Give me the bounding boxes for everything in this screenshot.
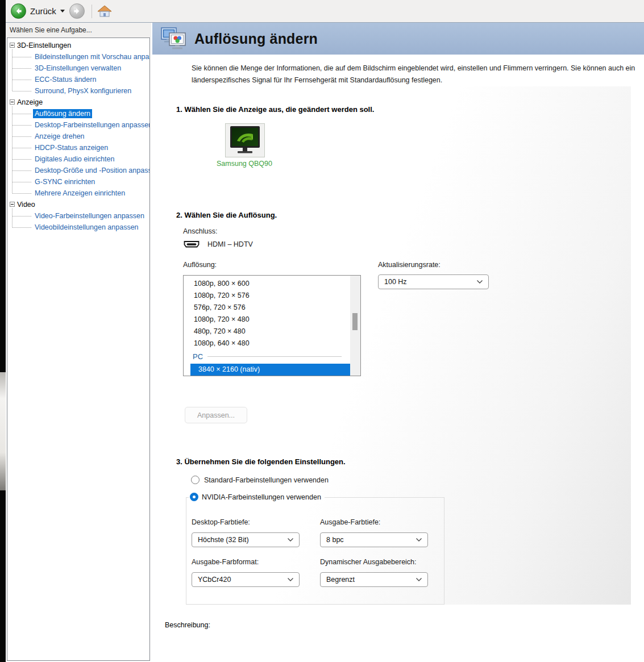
desktop-background-patch <box>0 372 6 490</box>
radio-nvidia-color-settings[interactable]: NVIDIA-Farbeinstellungen verwenden <box>189 493 325 501</box>
description-label: Beschreibung: <box>165 621 210 629</box>
resolution-option[interactable]: 1080p, 720 × 576 <box>184 290 350 302</box>
tree-item-videobildeinstellungen-anpassen[interactable]: Videobildeinstellungen anpassen <box>7 222 149 233</box>
back-arrow-icon <box>14 7 23 15</box>
desktop-color-depth-label: Desktop-Farbtiefe: <box>192 518 250 526</box>
tree-item-label: Surround, PhysX konfigurieren <box>33 86 133 95</box>
refresh-rate-dropdown[interactable]: 100 Hz <box>378 274 489 289</box>
step1-heading: 1. Wählen Sie die Anzeige aus, die geänd… <box>176 105 374 114</box>
forward-arrow-icon <box>73 7 81 15</box>
tree-item-anzeige[interactable]: Anzeige <box>7 97 149 108</box>
tree-item-mehrere-anzeigen-einrichten[interactable]: Mehrere Anzeigen einrichten <box>7 188 149 199</box>
output-color-format-label: Ausgabe-Farbformat: <box>192 558 259 566</box>
group-divider <box>207 356 342 357</box>
tree-item-bildeinstellungen-mit-vorschau-anpassen[interactable]: Bildeinstellungen mit Vorschau anpassen <box>7 51 149 63</box>
chevron-down-icon <box>287 577 294 582</box>
tree-item-g-sync-einrichten[interactable]: G-SYNC einrichten <box>7 176 149 188</box>
collapse-icon[interactable] <box>10 99 15 105</box>
display-tile-samsung-qbq90[interactable] <box>225 123 265 157</box>
dynamic-output-range-dropdown[interactable]: Begrenzt <box>320 572 428 587</box>
tree-root-label: 3D-Einstellungen <box>17 41 71 49</box>
page-description: Sie können die Menge der Informationen, … <box>192 63 644 88</box>
collapse-icon[interactable] <box>10 202 15 207</box>
step2-heading: 2. Wählen Sie die Auflösung. <box>176 211 277 219</box>
tree-item-anzeige-drehen[interactable]: Anzeige drehen <box>7 131 149 142</box>
tree-root-label: Video <box>17 201 35 209</box>
tree-item-label: Mehrere Anzeigen einrichten <box>33 189 127 198</box>
output-color-depth-dropdown[interactable]: 8 bpc <box>320 532 428 547</box>
radio-unselected-icon[interactable] <box>191 476 200 484</box>
back-history-caret-icon[interactable] <box>60 10 65 13</box>
collapse-icon[interactable] <box>10 43 15 48</box>
dynamic-output-range-label: Dynamischer Ausgabebereich: <box>320 558 417 566</box>
tree-item-3d-einstellungen[interactable]: 3D-Einstellungen <box>7 40 149 51</box>
listbox-scrollbar-track[interactable] <box>350 276 360 376</box>
tree-item-hdcp-status-anzeigen[interactable]: HDCP-Status anzeigen <box>7 142 149 153</box>
customize-button[interactable]: Anpassen... <box>185 407 247 423</box>
page-banner: Auflösung ändern <box>152 23 644 55</box>
resolution-option[interactable]: 1080p, 800 × 600 <box>184 278 350 290</box>
page-title: Auflösung ändern <box>194 31 318 47</box>
tree-item-digitales-audio-einrichten[interactable]: Digitales Audio einrichten <box>7 153 149 165</box>
resolution-group-header: PC <box>184 349 360 364</box>
tree-item-video-farbeinstellungen-anpassen[interactable]: Video-Farbeinstellungen anpassen <box>7 210 149 222</box>
listbox-scrollbar-thumb[interactable] <box>352 313 358 330</box>
home-icon[interactable] <box>97 5 112 18</box>
display-name-label: Samsung QBQ90 <box>188 160 301 168</box>
navigation-toolbar: Zurück <box>6 0 644 23</box>
output-color-format-dropdown[interactable]: YCbCr420 <box>192 572 300 587</box>
resolution-option[interactable]: 3840 × 2160 (nativ) <box>190 364 351 376</box>
step3-heading: 3. Übernehmen Sie die folgenden Einstell… <box>176 457 346 466</box>
refresh-rate-value: 100 Hz <box>384 278 407 286</box>
nvidia-color-settings-group: NVIDIA-Farbeinstellungen verwenden Deskt… <box>186 493 444 605</box>
tree-item-label: ECC-Status ändern <box>33 75 98 84</box>
tree-item-aufl-sung-ndern[interactable]: Auflösung ändern <box>7 108 149 119</box>
toolbar-divider <box>92 5 92 18</box>
output-color-depth-value: 8 bpc <box>326 536 344 544</box>
resolution-option[interactable]: 480p, 720 × 480 <box>184 326 350 338</box>
resolution-listbox[interactable]: 1080p, 800 × 6001080p, 720 × 576576p, 72… <box>183 275 361 376</box>
chevron-down-icon <box>287 538 294 542</box>
forward-button[interactable] <box>69 3 85 19</box>
tree-item-label: Auflösung ändern <box>33 109 92 118</box>
dynamic-output-range-value: Begrenzt <box>326 576 355 584</box>
tree-item-label: Desktop-Größe und -Position anpassen <box>33 166 149 175</box>
tree-item-label: G-SYNC einrichten <box>33 177 97 186</box>
change-resolution-icon <box>160 27 188 51</box>
resolution-group-label: PC <box>193 352 203 361</box>
tree-item-desktop-gr-e-und-position-anpassen[interactable]: Desktop-Größe und -Position anpassen <box>7 165 149 176</box>
tree-root-label: Anzeige <box>17 98 43 106</box>
desktop-background-strip <box>0 0 6 662</box>
radio-selected-icon[interactable] <box>190 493 198 501</box>
output-color-format-value: YCbCr420 <box>198 576 231 584</box>
radio-standard-color-settings[interactable]: Standard-Farbeinstellungen verwenden <box>191 476 329 484</box>
connector-row: HDMI – HDTV <box>183 240 253 249</box>
hdmi-connector-icon <box>183 240 200 249</box>
chevron-down-icon <box>416 577 422 582</box>
resolution-option[interactable]: 576p, 720 × 576 <box>184 302 350 314</box>
radio-standard-label: Standard-Farbeinstellungen verwenden <box>204 476 329 484</box>
nvidia-display-icon <box>228 126 262 155</box>
desktop-color-depth-dropdown[interactable]: Höchste (32 Bit) <box>192 532 300 547</box>
output-color-depth-label: Ausgabe-Farbtiefe: <box>320 518 380 526</box>
radio-nvidia-label: NVIDIA-Farbeinstellungen verwenden <box>202 493 321 501</box>
tree-item-label: Bildeinstellungen mit Vorschau anpassen <box>33 52 149 61</box>
tree-item-label: HDCP-Status anzeigen <box>33 143 110 152</box>
tree-item-label: Video-Farbeinstellungen anpassen <box>33 211 146 220</box>
resolution-option[interactable]: 1080p, 640 × 480 <box>184 338 350 349</box>
tree-item-ecc-status-ndern[interactable]: ECC-Status ändern <box>7 74 149 85</box>
tree-item-surround-physx-konfigurieren[interactable]: Surround, PhysX konfigurieren <box>7 85 149 97</box>
chevron-down-icon <box>416 538 422 542</box>
tree-item-label: Desktop-Farbeinstellungen anpassen <box>33 120 149 130</box>
tree-item-3d-einstellungen-verwalten[interactable]: 3D-Einstellungen verwalten <box>7 63 149 74</box>
tree-item-video[interactable]: Video <box>7 199 149 210</box>
resolution-option[interactable]: 1080p, 720 × 480 <box>184 314 350 326</box>
tree-item-label: Digitales Audio einrichten <box>33 155 116 164</box>
tree-item-label: Videobildeinstellungen anpassen <box>33 223 140 232</box>
task-pane-header: Wählen Sie eine Aufgabe... <box>6 23 151 38</box>
refresh-rate-label: Aktualisierungsrate: <box>378 261 441 269</box>
desktop-color-depth-value: Höchste (32 Bit) <box>198 536 249 544</box>
back-button-label[interactable]: Zurück <box>30 6 56 16</box>
tree-item-desktop-farbeinstellungen-anpassen[interactable]: Desktop-Farbeinstellungen anpassen <box>7 119 149 131</box>
back-button[interactable] <box>11 3 26 19</box>
